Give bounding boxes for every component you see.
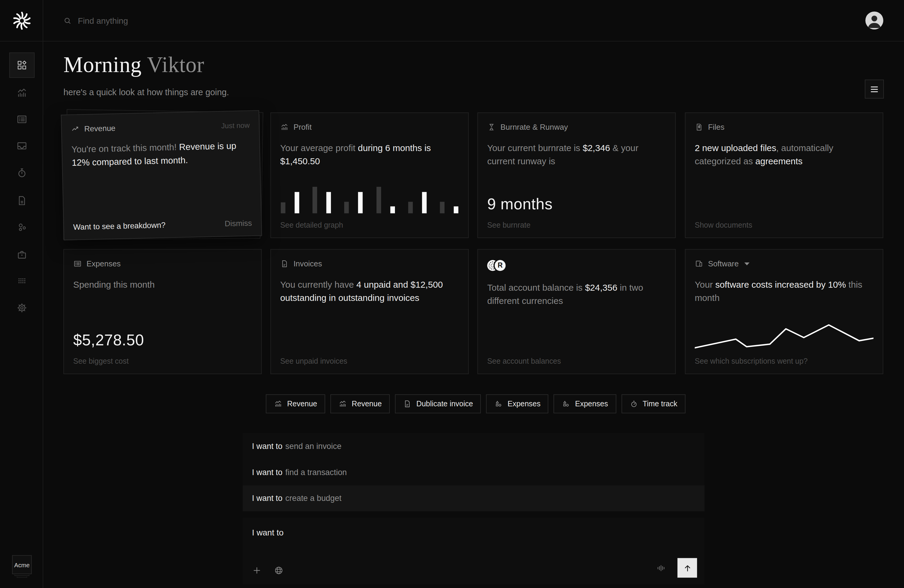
see-biggest-cost-link[interactable]: See biggest cost — [73, 357, 252, 365]
sidebar-item-vault[interactable] — [9, 242, 35, 267]
sidebar-item-overview[interactable] — [9, 52, 35, 78]
composer-input[interactable]: I want to — [252, 528, 283, 537]
see-subscriptions-link[interactable]: See which subscriptions went up? — [695, 357, 873, 365]
sidebar-item-analytics[interactable] — [9, 80, 35, 106]
card-text-muted: Total account balance is — [487, 283, 585, 292]
dismiss-button[interactable]: Dismiss — [224, 219, 252, 228]
user-name: Viktor — [147, 52, 204, 77]
action-label: Revenue — [352, 400, 382, 408]
app-window: Acme Morning Viktor here's a quick look … — [0, 0, 904, 588]
shapes-icon — [562, 400, 571, 408]
notification-question[interactable]: Want to see a breakdown? — [73, 221, 166, 232]
search-icon — [63, 17, 71, 25]
time-track-action-button[interactable]: Time track — [621, 394, 685, 413]
assistant-composer[interactable]: I want to — [243, 518, 705, 585]
workspace-switcher[interactable]: Acme — [12, 555, 32, 574]
sidebar-item-settings[interactable] — [9, 295, 35, 321]
document-icon — [280, 259, 289, 268]
list-card-icon — [73, 259, 82, 268]
topbar — [0, 0, 904, 41]
global-search[interactable] — [63, 0, 262, 41]
see-unpaid-invoices-link[interactable]: See unpaid invoices — [280, 357, 459, 365]
revenue-action-button[interactable]: Revenue — [266, 394, 325, 413]
see-detailed-graph-link[interactable]: See detailed graph — [280, 221, 459, 229]
assistant-suggestions-panel: I want to send an invoice I want to find… — [243, 433, 705, 511]
suggestion-find-transaction[interactable]: I want to find a transaction — [243, 459, 705, 485]
sidebar-item-apps[interactable] — [9, 268, 35, 293]
sidebar-item-files[interactable] — [9, 188, 35, 213]
notification-text-muted: You're on track this month! — [71, 142, 179, 154]
revenue-action-button[interactable]: Revenue — [330, 394, 390, 413]
burnrate-card: Burnrate & Runway Your current burnrate … — [477, 112, 676, 238]
sidebar-item-transactions[interactable] — [9, 107, 35, 132]
caret-down-icon[interactable] — [744, 262, 750, 266]
notification-timestamp: Just now — [221, 121, 250, 130]
sidebar-item-time-tracker[interactable] — [9, 160, 35, 186]
devices-icon — [695, 259, 703, 268]
card-text-muted: Your current burnrate is — [487, 143, 583, 153]
card-text-strong: $24,356 — [585, 283, 618, 292]
action-label: Dublicate invoice — [416, 400, 473, 408]
suggestion-prefix: I want to — [252, 494, 283, 503]
app-logo-sunburst-icon[interactable] — [11, 10, 33, 32]
profit-card: Profit Your average profit during 6 mont… — [270, 112, 468, 238]
gear-icon — [16, 302, 28, 313]
account-balance-card: R Total account balance is $24,356 in tw… — [477, 249, 676, 374]
card-title-label: Expenses — [87, 259, 121, 268]
card-text-muted: You currently have — [280, 280, 357, 289]
card-text-strong: 2 new uploaded files — [695, 143, 776, 153]
document-icon — [403, 400, 412, 408]
suggestion-text: find a transaction — [285, 468, 347, 477]
arrow-up-icon — [682, 563, 692, 573]
action-label: Time track — [643, 400, 678, 408]
briefcase-icon — [16, 249, 28, 260]
card-title-label: Invoices — [294, 259, 322, 268]
bar-chart-icon — [338, 400, 347, 408]
avatar[interactable] — [865, 11, 883, 29]
invoices-card: Invoices You currently have 4 unpaid and… — [270, 249, 468, 374]
show-documents-link[interactable]: Show documents — [695, 221, 873, 229]
action-label: Expenses — [507, 400, 541, 408]
apps-grid-icon — [16, 275, 28, 286]
paperclip-file-icon — [695, 123, 703, 131]
sidebar: Acme — [0, 0, 43, 588]
waveform-icon[interactable] — [656, 563, 666, 573]
card-text-strong: software costs increased by 10% — [715, 280, 846, 289]
user-photo — [865, 11, 883, 29]
expenses-card: Expenses Spending this month $5,278.50 S… — [63, 249, 262, 374]
software-line-chart — [695, 323, 873, 349]
hourglass-icon — [487, 123, 496, 131]
suggestion-send-invoice[interactable]: I want to send an invoice — [243, 433, 705, 459]
notification-title: Revenue — [84, 124, 115, 133]
card-text-strong: $2,346 — [583, 143, 610, 153]
bar-chart-icon — [274, 400, 283, 408]
expenses-action-button[interactable]: Expenses — [486, 394, 549, 413]
bar-chart-icon — [280, 123, 289, 131]
duplicate-invoice-action-button[interactable]: Dublicate invoice — [395, 394, 481, 413]
hamburger-icon — [870, 85, 879, 93]
page-title: Morning Viktor — [63, 52, 204, 77]
layout-menu-button[interactable] — [865, 80, 884, 98]
suggestion-prefix: I want to — [252, 441, 283, 451]
suggestion-text: send an invoice — [285, 441, 341, 451]
shapes-icon — [494, 400, 503, 408]
circles-icon — [16, 221, 28, 233]
see-account-balances-link[interactable]: See account balances — [487, 357, 666, 365]
submit-button[interactable] — [678, 558, 697, 577]
letter-r-badge-icon: R — [495, 260, 506, 270]
workspace-label: Acme — [14, 561, 30, 568]
suggestion-create-budget[interactable]: I want to create a budget — [243, 485, 705, 511]
plus-icon[interactable] — [252, 566, 262, 575]
dashboard-icon — [16, 60, 28, 71]
globe-icon[interactable] — [274, 566, 284, 575]
analytics-icon — [16, 87, 28, 98]
suggestion-prefix: I want to — [252, 468, 283, 477]
search-input[interactable] — [78, 16, 262, 25]
revenue-notification-card[interactable]: Revenue Just now You're on track this mo… — [61, 110, 262, 240]
inbox-icon — [16, 140, 28, 151]
profit-mini-bar-chart — [280, 187, 459, 213]
sidebar-item-customers[interactable] — [9, 214, 35, 240]
expenses-action-button[interactable]: Expenses — [554, 394, 616, 413]
sidebar-item-inbox[interactable] — [9, 133, 35, 158]
see-burnrate-link[interactable]: See burnrate — [487, 221, 666, 229]
